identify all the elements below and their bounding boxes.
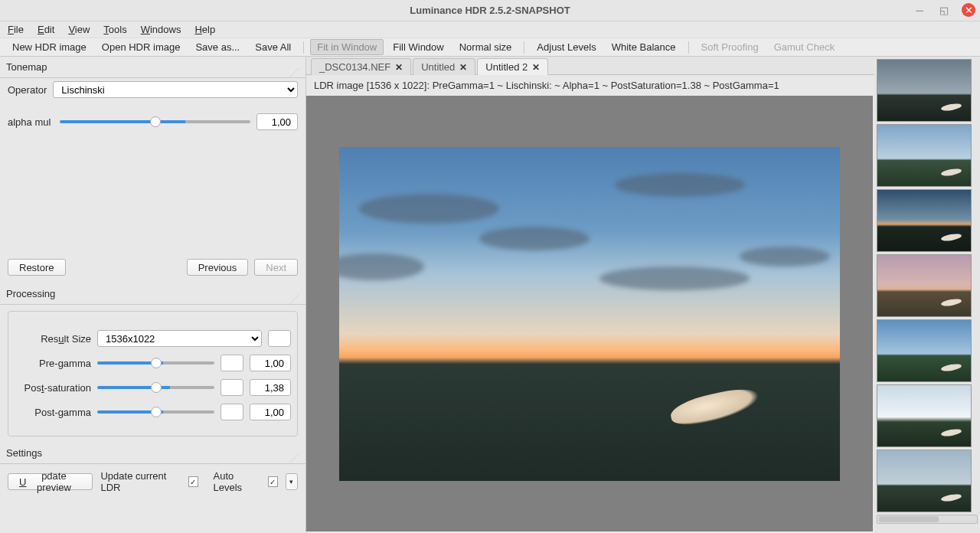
- tool-new-hdr[interactable]: New HDR image: [6, 40, 93, 54]
- alpha-input[interactable]: [256, 113, 298, 130]
- tool-save-all[interactable]: Save All: [249, 40, 297, 54]
- main-area: _DSC0134.NEF ✕ Untitled ✕ Untitled 2 ✕ L…: [306, 57, 874, 533]
- postsat-label: Post-saturation: [15, 382, 91, 394]
- alpha-label: alpha mul: [8, 116, 54, 128]
- pregamma-slider[interactable]: [97, 361, 214, 365]
- thumbnail[interactable]: [877, 450, 972, 512]
- tab-label: Untitled: [421, 61, 455, 73]
- close-icon[interactable]: ✕: [962, 3, 975, 17]
- toolbar-separator: [688, 41, 689, 54]
- close-icon[interactable]: ✕: [459, 62, 467, 73]
- tool-white-balance[interactable]: White Balance: [606, 40, 682, 54]
- tool-fill-window[interactable]: Fill Window: [387, 40, 449, 54]
- previous-button[interactable]: Previous: [187, 259, 249, 276]
- toolbar: New HDR image Open HDR image Save as... …: [0, 38, 980, 57]
- maximize-icon[interactable]: ◱: [937, 3, 951, 17]
- tab-label: _DSC0134.NEF: [319, 61, 390, 73]
- postgamma-label: Post-gamma: [15, 407, 91, 418]
- postsat-reset[interactable]: [220, 379, 243, 396]
- minimize-icon[interactable]: ─: [913, 3, 926, 17]
- menu-edit[interactable]: Edit: [38, 24, 54, 35]
- tool-normal-size[interactable]: Normal size: [453, 40, 518, 54]
- thumbnail[interactable]: [877, 254, 972, 317]
- result-size-button[interactable]: [268, 330, 291, 347]
- alpha-slider[interactable]: [60, 120, 250, 123]
- postgamma-reset[interactable]: [220, 404, 243, 420]
- side-panel: Tonemap Operator Lischinski alpha mul Re…: [0, 57, 306, 533]
- postgamma-slider[interactable]: [97, 410, 214, 414]
- thumbnail-panel: [874, 57, 980, 533]
- result-size-select[interactable]: 1536x1022: [97, 330, 262, 347]
- document-tabs: _DSC0134.NEF ✕ Untitled ✕ Untitled 2 ✕: [306, 57, 874, 75]
- update-preview-button[interactable]: Update preview: [8, 473, 93, 490]
- tool-save-as[interactable]: Save as...: [189, 40, 246, 54]
- menu-view[interactable]: View: [68, 24, 90, 35]
- thumbnail[interactable]: [877, 124, 972, 187]
- operator-label: Operator: [8, 84, 47, 96]
- processing-group: Result Size 1536x1022 Pre-gamma Post-sat…: [8, 311, 298, 437]
- tab-untitled-2[interactable]: Untitled 2 ✕: [477, 58, 548, 75]
- menu-bar: File Edit View Tools Windows Help: [0, 21, 980, 38]
- window-title: Luminance HDR 2.5.2-SNAPSHOT: [410, 5, 570, 16]
- update-ldr-label: Update current LDR: [100, 470, 180, 493]
- tool-adjust-levels[interactable]: Adjust Levels: [531, 40, 602, 54]
- auto-levels-menu[interactable]: ▾: [286, 473, 298, 490]
- menu-file[interactable]: File: [8, 24, 24, 35]
- processing-header: Processing: [0, 283, 305, 305]
- tool-fit-window[interactable]: Fit in Window: [310, 39, 384, 55]
- tab-untitled[interactable]: Untitled ✕: [413, 58, 475, 75]
- close-icon[interactable]: ✕: [532, 62, 540, 73]
- operator-select[interactable]: Lischinski: [53, 81, 298, 98]
- close-icon[interactable]: ✕: [395, 62, 403, 73]
- auto-levels-checkbox[interactable]: ✓: [268, 476, 278, 487]
- update-ldr-checkbox[interactable]: ✓: [188, 476, 198, 487]
- thumb-scrollbar[interactable]: [877, 515, 978, 524]
- thumbnail[interactable]: [877, 189, 972, 252]
- preview-image: [339, 147, 840, 481]
- tool-gamut-check: Gamut Check: [768, 40, 841, 54]
- pregamma-input[interactable]: [250, 355, 291, 371]
- toolbar-separator: [303, 41, 304, 54]
- postgamma-input[interactable]: [250, 404, 291, 420]
- postsat-input[interactable]: [250, 379, 291, 396]
- canvas[interactable]: [306, 96, 873, 531]
- thumbnail[interactable]: [877, 319, 972, 382]
- restore-button[interactable]: Restore: [8, 259, 66, 276]
- thumbnail[interactable]: [877, 384, 972, 447]
- thumbnail[interactable]: [877, 59, 972, 122]
- tool-soft-proofing: Soft Proofing: [695, 40, 765, 54]
- pregamma-reset[interactable]: [220, 355, 243, 371]
- postsat-slider[interactable]: [97, 386, 214, 389]
- menu-help[interactable]: Help: [194, 24, 215, 35]
- tonemap-header: Tonemap: [0, 57, 305, 78]
- auto-levels-label: Auto Levels: [214, 470, 260, 493]
- result-size-label: Result Size: [15, 333, 91, 345]
- image-info: LDR image [1536 x 1022]: PreGamma=1 ~ Li…: [306, 75, 874, 96]
- tool-open-hdr[interactable]: Open HDR image: [96, 40, 187, 54]
- settings-header: Settings: [0, 443, 305, 464]
- menu-tools[interactable]: Tools: [103, 24, 126, 35]
- menu-windows[interactable]: Windows: [141, 24, 181, 35]
- toolbar-separator: [524, 41, 524, 54]
- pregamma-label: Pre-gamma: [15, 358, 91, 369]
- title-bar: Luminance HDR 2.5.2-SNAPSHOT ─ ◱ ✕: [0, 0, 980, 21]
- next-button: Next: [254, 259, 298, 276]
- tab-dsc0134[interactable]: _DSC0134.NEF ✕: [311, 58, 411, 75]
- tab-label: Untitled 2: [485, 61, 528, 73]
